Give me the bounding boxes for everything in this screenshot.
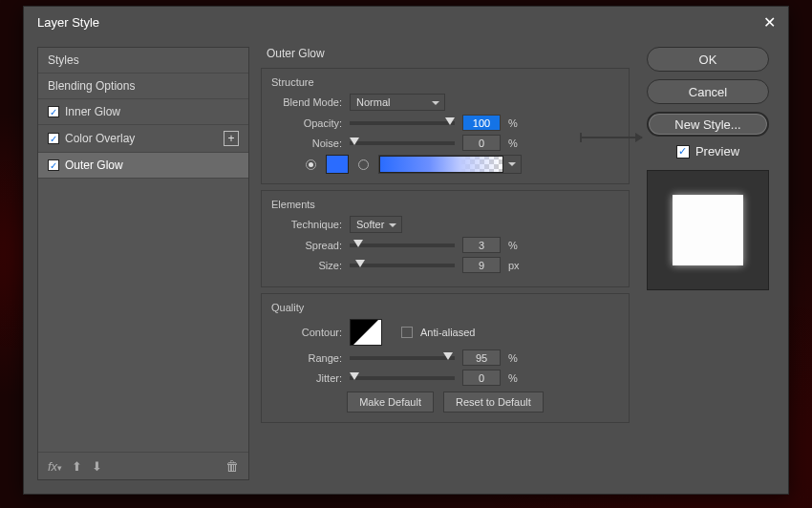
opacity-label: Opacity: (271, 117, 342, 129)
quality-group: Quality Contour: Anti-aliased Range: 95 … (261, 293, 630, 423)
styles-header[interactable]: Styles (38, 48, 248, 74)
settings-column: Outer Glow Structure Blend Mode: Normal … (261, 47, 630, 480)
jitter-label: Jitter: (271, 372, 342, 384)
ok-button[interactable]: OK (647, 47, 769, 72)
jitter-input[interactable]: 0 (462, 370, 501, 386)
contour-label: Contour: (271, 327, 342, 338)
group-title: Structure (271, 76, 619, 88)
group-title: Elements (271, 199, 619, 210)
preview-label: Preview (695, 144, 739, 159)
blend-mode-dropdown[interactable]: Normal (350, 94, 445, 111)
gradient-picker[interactable] (378, 155, 522, 174)
right-column: OK Cancel New Style... ✓ Preview (641, 47, 775, 480)
blend-mode-label: Blend Mode: (271, 96, 342, 108)
gradient-radio[interactable] (358, 159, 369, 170)
checkbox-icon[interactable]: ✓ (48, 159, 59, 171)
size-slider[interactable] (350, 264, 455, 267)
opacity-unit: % (508, 117, 525, 129)
technique-dropdown[interactable]: Softer (350, 216, 402, 233)
checkbox-icon[interactable]: ✓ (48, 106, 59, 117)
checkbox-icon[interactable]: ✓ (676, 145, 690, 159)
up-arrow-icon[interactable]: ⬆ (72, 459, 82, 474)
fx-icon[interactable]: fx▾ (48, 459, 62, 474)
style-item-outer-glow[interactable]: ✓ Outer Glow (38, 153, 248, 179)
noise-unit: % (508, 138, 525, 149)
checkbox-icon[interactable]: ✓ (48, 133, 59, 144)
dialog-title: Layer Style (37, 15, 99, 30)
spread-slider[interactable] (350, 243, 455, 247)
color-swatch[interactable] (326, 155, 349, 174)
reset-default-button[interactable]: Reset to Default (443, 392, 544, 413)
range-unit: % (508, 352, 525, 364)
spread-unit: % (508, 240, 525, 251)
style-item-color-overlay[interactable]: ✓ Color Overlay + (38, 125, 248, 153)
titlebar: Layer Style ✕ (24, 7, 788, 37)
antialias-label: Anti-aliased (420, 327, 475, 338)
contour-picker[interactable] (350, 319, 382, 346)
range-slider[interactable] (350, 356, 455, 360)
add-effect-icon[interactable]: + (224, 131, 239, 146)
noise-label: Noise: (271, 138, 342, 149)
range-label: Range: (271, 352, 342, 364)
new-style-button[interactable]: New Style... (647, 112, 769, 137)
size-unit: px (508, 260, 525, 271)
spread-input[interactable]: 3 (462, 237, 501, 253)
group-title: Quality (271, 302, 619, 313)
size-input[interactable]: 9 (462, 257, 501, 273)
range-input[interactable]: 95 (462, 349, 501, 366)
section-title: Outer Glow (261, 47, 630, 62)
opacity-input[interactable]: 100 (462, 115, 501, 131)
callout-arrow-icon (581, 137, 642, 138)
close-button[interactable]: ✕ (758, 11, 780, 33)
antialias-checkbox[interactable] (401, 327, 413, 338)
noise-slider[interactable] (350, 141, 455, 145)
noise-input[interactable]: 0 (462, 135, 501, 151)
elements-group: Elements Technique: Softer Spread: 3 % S… (261, 190, 630, 287)
make-default-button[interactable]: Make Default (347, 392, 434, 413)
cancel-button[interactable]: Cancel (647, 79, 769, 104)
jitter-unit: % (508, 372, 525, 384)
technique-label: Technique: (271, 219, 342, 230)
size-label: Size: (271, 260, 342, 271)
style-item-label: Color Overlay (65, 132, 135, 145)
preview-swatch (673, 195, 743, 265)
spread-label: Spread: (271, 240, 342, 251)
color-radio[interactable] (306, 159, 316, 170)
opacity-slider[interactable] (350, 121, 455, 125)
down-arrow-icon[interactable]: ⬇ (92, 459, 102, 474)
styles-footer: fx▾ ⬆ ⬇ 🗑 (38, 452, 248, 479)
style-item-label: Outer Glow (65, 159, 123, 172)
layer-style-dialog: Layer Style ✕ Styles Blending Options ✓ … (23, 6, 789, 495)
blending-options[interactable]: Blending Options (38, 74, 248, 99)
preview-toggle[interactable]: ✓ Preview (676, 144, 739, 159)
style-item-inner-glow[interactable]: ✓ Inner Glow (38, 99, 248, 125)
preview-box (647, 170, 769, 290)
structure-group: Structure Blend Mode: Normal Opacity: 10… (261, 68, 630, 184)
styles-panel: Styles Blending Options ✓ Inner Glow ✓ C… (37, 47, 249, 480)
style-item-label: Inner Glow (65, 105, 120, 118)
trash-icon[interactable]: 🗑 (225, 458, 239, 474)
jitter-slider[interactable] (350, 376, 455, 380)
